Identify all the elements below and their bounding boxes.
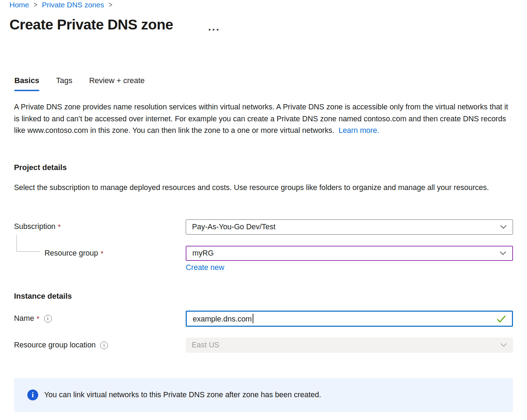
name-label-text: Name bbox=[14, 314, 34, 323]
tab-basics[interactable]: Basics bbox=[14, 76, 39, 91]
resource-group-location-dropdown: East US bbox=[186, 338, 513, 353]
breadcrumb-private-dns-zones-link[interactable]: Private DNS zones bbox=[42, 1, 104, 9]
info-banner-message: You can link virtual networks to this Pr… bbox=[44, 391, 321, 399]
info-icon[interactable]: i bbox=[100, 341, 108, 349]
info-icon: i bbox=[27, 389, 38, 400]
tab-bar: Basics Tags Review + create bbox=[14, 76, 145, 91]
breadcrumb-chevron-icon: > bbox=[109, 0, 112, 9]
create-private-dns-zone-page: Home > Private DNS zones > Create Privat… bbox=[0, 0, 527, 420]
required-asterisk: * bbox=[36, 314, 39, 323]
intro-description: A Private DNS zone provides name resolut… bbox=[14, 103, 508, 135]
resource-group-location-value: East US bbox=[192, 341, 219, 350]
name-input-value: example.dns.com bbox=[193, 314, 253, 324]
resource-group-value: myRG bbox=[192, 249, 214, 258]
chevron-down-icon bbox=[500, 343, 507, 347]
more-options-button[interactable]: ... bbox=[207, 20, 221, 34]
subscription-value: Pay-As-You-Go Dev/Test bbox=[192, 223, 275, 231]
resource-group-label-text: Resource group bbox=[45, 249, 98, 258]
learn-more-link[interactable]: Learn more. bbox=[338, 126, 379, 135]
subscription-label-text: Subscription bbox=[14, 222, 55, 231]
name-input[interactable]: example.dns.com bbox=[186, 311, 513, 327]
tab-tags[interactable]: Tags bbox=[56, 76, 72, 91]
breadcrumb-chevron-icon: > bbox=[34, 0, 37, 9]
project-details-heading: Project details bbox=[14, 163, 67, 172]
info-banner: i You can link virtual networks to this … bbox=[14, 378, 513, 412]
resource-group-location-label-text: Resource group location bbox=[14, 341, 96, 350]
required-asterisk: * bbox=[58, 223, 61, 231]
chevron-down-icon bbox=[500, 251, 506, 255]
resource-group-label: Resource group * bbox=[45, 249, 103, 258]
text-cursor bbox=[253, 314, 253, 323]
resource-group-dropdown[interactable]: myRG bbox=[186, 246, 513, 261]
subscription-resource-group-connector bbox=[16, 235, 40, 252]
tab-review-create[interactable]: Review + create bbox=[89, 76, 144, 91]
intro-text: A Private DNS zone provides name resolut… bbox=[14, 101, 509, 137]
create-new-link[interactable]: Create new bbox=[186, 263, 224, 272]
resource-group-location-label: Resource group location i bbox=[14, 341, 108, 350]
chevron-down-icon bbox=[500, 225, 507, 229]
valid-checkmark-icon bbox=[497, 315, 506, 323]
subscription-dropdown[interactable]: Pay-As-You-Go Dev/Test bbox=[186, 219, 513, 235]
breadcrumb-home-link[interactable]: Home bbox=[9, 1, 29, 9]
required-asterisk: * bbox=[101, 249, 103, 258]
instance-details-heading: Instance details bbox=[14, 292, 72, 301]
name-label: Name * i bbox=[14, 314, 52, 323]
project-details-description: Select the subscription to manage deploy… bbox=[14, 182, 512, 194]
info-icon[interactable]: i bbox=[44, 315, 52, 323]
page-title: Create Private DNS zone bbox=[9, 16, 173, 33]
breadcrumb: Home > Private DNS zones > bbox=[9, 1, 112, 9]
subscription-label: Subscription * bbox=[14, 222, 61, 231]
